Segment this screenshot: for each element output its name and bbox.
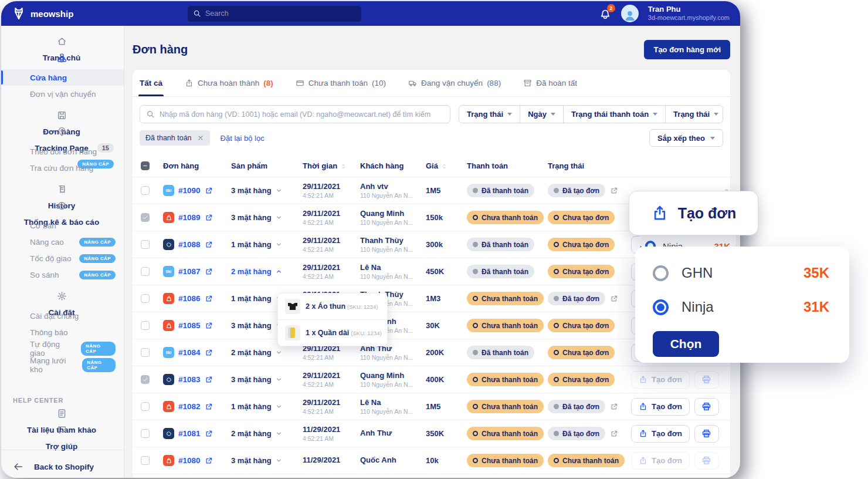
order-id-link[interactable]: #1080 (178, 456, 201, 465)
product-count-toggle[interactable]: 1 mặt hàng (231, 402, 303, 411)
product-count-toggle[interactable]: 3 mặt hàng (231, 186, 303, 195)
sidebar-item-t-ng-giao[interactable]: Tự động giaoNÂNG CẤP (1, 340, 124, 357)
tab-ch-a-ho-n-th-nh[interactable]: Chưa hoàn thành(8) (184, 70, 274, 96)
sidebar-item-c-i-t[interactable]: Cài đặt (1, 291, 124, 308)
product-count-toggle[interactable]: 2 mặt hàng (231, 267, 303, 276)
order-id-link[interactable]: #1083 (178, 375, 201, 384)
external-link-icon[interactable] (205, 403, 213, 411)
radio-selected-icon[interactable] (653, 299, 669, 315)
sidebar-item-chat[interactable]: Trợ giúp (1, 425, 124, 441)
sidebar-item--n-h-ng[interactable]: Đơn hàng15 (1, 110, 124, 127)
sidebar-item-n-ng-cao[interactable]: Nâng caoNÂNG CẤP (1, 234, 124, 250)
external-link-icon[interactable] (205, 241, 213, 249)
row-checkbox[interactable] (141, 348, 150, 357)
external-link-icon[interactable] (610, 187, 618, 195)
avatar[interactable] (621, 5, 639, 22)
row-checkbox[interactable] (141, 186, 150, 195)
print-button[interactable] (694, 398, 719, 416)
external-link-icon[interactable] (205, 268, 213, 276)
order-id-link[interactable]: #1082 (178, 402, 201, 411)
sidebar-item-theo-d-i-n-h-ng[interactable]: Theo dõi đơn hàng (1, 143, 124, 160)
sidebar-item-trang-ch-[interactable]: Trang chủ (1, 36, 124, 53)
shipping-option-ninja[interactable]: Ninja31K (653, 296, 829, 318)
filter-dropdown-2[interactable]: Trạng thái thanh toán (563, 106, 665, 123)
back-to-shopify-button[interactable]: Back to Shopify (1, 450, 124, 478)
external-link-icon[interactable] (205, 430, 213, 438)
sidebar-item-so-s-nh[interactable]: So sánhNÂNG CẤP (1, 267, 124, 283)
filter-dropdown-1[interactable]: Ngày (520, 106, 563, 123)
sidebar-item-tracking-page[interactable]: Tracking PageNÂNG CẤP (1, 127, 124, 143)
sidebar-item-history[interactable]: History (1, 184, 124, 201)
order-search[interactable] (140, 105, 450, 123)
create-order-popup-button[interactable]: Tạo đơn (629, 191, 758, 235)
product-count-toggle[interactable]: 2 mặt hàng (231, 348, 303, 357)
order-id-link[interactable]: #1087 (178, 267, 201, 276)
order-id-link[interactable]: #1089 (178, 213, 201, 222)
external-link-icon[interactable] (205, 187, 213, 195)
row-checkbox[interactable] (141, 294, 150, 303)
print-button[interactable] (694, 425, 719, 443)
sort-icon[interactable] (441, 163, 447, 169)
column-header-th-i-gian[interactable]: Thời gian (303, 161, 360, 170)
product-count-toggle[interactable]: 3 mặt hàng (231, 456, 303, 465)
user-meta[interactable]: Tran Phu 3d-moewcart.myshopify.com (648, 5, 730, 22)
brand[interactable]: meowship (12, 6, 188, 21)
radio-icon[interactable] (653, 265, 669, 281)
external-link-icon[interactable] (205, 349, 213, 357)
product-count-toggle[interactable]: 1 mặt hàng (231, 240, 303, 249)
row-checkbox[interactable] (141, 321, 150, 330)
row-checkbox[interactable] (141, 456, 150, 465)
sidebar-item-c-b-n[interactable]: Cơ bản (1, 217, 124, 234)
row-checkbox[interactable] (141, 213, 150, 222)
external-link-icon[interactable] (610, 295, 618, 303)
sidebar-item-doc[interactable]: Tài liệu tham khảo (1, 409, 124, 425)
column-header-gi-[interactable]: Giá (426, 161, 467, 170)
shipping-option-ghn[interactable]: GHN35K (653, 262, 829, 284)
sort-icon[interactable] (340, 163, 347, 169)
order-id-link[interactable]: #1086 (178, 294, 201, 303)
create-order-button[interactable]: Tạo đơn hàng mới (644, 40, 730, 59)
external-link-icon[interactable] (205, 322, 213, 330)
sidebar-item-t-c-giao[interactable]: Tốc độ giaoNÂNG CẤP (1, 250, 124, 267)
order-id-link[interactable]: #1090 (178, 186, 201, 195)
external-link-icon[interactable] (205, 295, 213, 303)
choose-carrier-button[interactable]: Chọn (653, 331, 719, 357)
tab--ang-v-n-chuy-n[interactable]: Đang vận chuyển(88) (407, 70, 502, 96)
filter-dropdown-3[interactable]: Trạng thái (665, 106, 723, 123)
select-all-checkbox[interactable] (141, 161, 150, 170)
sidebar-item-tra-c-u-n-h-ng[interactable]: Tra cứu đơn hàng (1, 160, 124, 176)
row-checkbox[interactable] (141, 240, 150, 249)
order-id-link[interactable]: #1084 (178, 348, 201, 357)
order-id-link[interactable]: #1085 (178, 321, 201, 330)
row-checkbox[interactable] (141, 429, 150, 438)
row-checkbox[interactable] (141, 375, 150, 384)
filter-chip[interactable]: Đã thanh toán (140, 130, 210, 146)
order-id-link[interactable]: #1081 (178, 429, 201, 438)
sidebar-item-th-ng-b-o[interactable]: Thông báo (1, 324, 124, 340)
product-count-toggle[interactable]: 3 mặt hàng (231, 375, 303, 384)
order-id-link[interactable]: #1088 (178, 240, 201, 249)
sidebar-item-c-a-h-ng[interactable]: Cửa hàng (1, 69, 124, 86)
external-link-icon[interactable] (205, 376, 213, 384)
external-link-icon[interactable] (610, 403, 618, 411)
external-link-icon[interactable] (610, 430, 618, 438)
product-count-toggle[interactable]: 2 mặt hàng (231, 429, 303, 438)
global-search[interactable] (188, 6, 361, 22)
sidebar-item-c-i-t-chung[interactable]: Cài đặt chung (1, 308, 124, 324)
product-count-toggle[interactable]: 3 mặt hàng (231, 213, 303, 222)
tab--ho-n-t-t[interactable]: Đã hoàn tất (522, 70, 578, 96)
filter-dropdown-0[interactable]: Trạng thái (459, 106, 520, 123)
sidebar-item--n-v-v-n-chuy-n[interactable]: Đơn vị vận chuyển (1, 86, 124, 102)
sort-by-button[interactable]: Sắp xếp theo (649, 129, 723, 147)
notification-bell-button[interactable]: 2 (599, 7, 612, 20)
sidebar-item-th-ng-k-b-o-c-o[interactable]: Thống kê & báo cáo (1, 201, 124, 217)
row-checkbox[interactable] (141, 402, 150, 411)
reset-filters-link[interactable]: Đặt lại bộ lọc (221, 134, 265, 143)
global-search-input[interactable] (205, 9, 356, 18)
close-icon[interactable] (197, 134, 204, 141)
tab-ch-a-thanh-to-n[interactable]: Chưa thanh toán(10) (294, 70, 387, 96)
external-link-icon[interactable] (205, 457, 213, 465)
external-link-icon[interactable] (205, 214, 213, 222)
create-shipment-button[interactable]: Tạo đơn (631, 425, 690, 443)
row-checkbox[interactable] (141, 267, 150, 276)
